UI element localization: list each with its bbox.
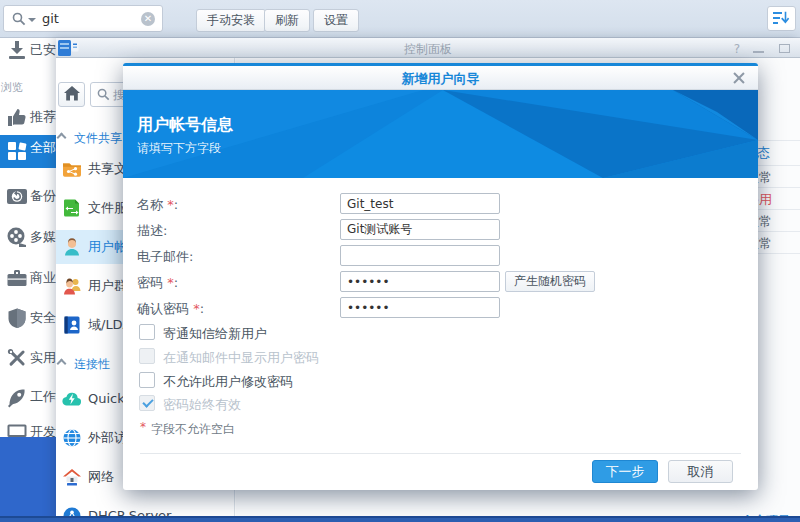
sidebar-item-label: 商业 bbox=[30, 265, 56, 291]
search-icon bbox=[12, 12, 26, 26]
maximize-icon[interactable] bbox=[779, 44, 790, 53]
form-row-description: 描述: bbox=[123, 219, 758, 240]
add-user-wizard-dialog: 新增用户向导 用户帐号信息 请填写下方字段 名称 *: 描述: 电子邮件: bbox=[123, 63, 758, 490]
dialog-titlebar: 新增用户向导 bbox=[123, 66, 758, 90]
sidebar-item-label: 全部 bbox=[30, 135, 56, 161]
camera-backup-icon bbox=[6, 185, 28, 207]
search-icon bbox=[97, 88, 110, 101]
sidebar-item-all[interactable]: 全部 bbox=[0, 135, 56, 168]
globe-icon bbox=[62, 428, 82, 448]
thumbs-up-icon bbox=[6, 106, 28, 128]
window-title: 控制面板 bbox=[56, 41, 800, 58]
email-field[interactable] bbox=[340, 245, 500, 266]
chevron-up-icon bbox=[57, 133, 67, 143]
banner-title: 用户帐号信息 bbox=[137, 115, 233, 136]
film-reel-icon bbox=[6, 226, 28, 248]
dialog-title: 新增用户向导 bbox=[123, 70, 758, 88]
confirm-password-label: 确认密码 *: bbox=[137, 300, 204, 318]
description-input[interactable] bbox=[340, 219, 500, 240]
home-icon bbox=[63, 85, 81, 102]
quickconnect-icon bbox=[62, 389, 82, 409]
chevron-up-icon bbox=[57, 359, 67, 369]
description-label: 描述: bbox=[137, 222, 167, 240]
checkbox-row-disallow-password-change[interactable]: 不允许此用户修改密码 bbox=[123, 372, 758, 390]
sidebar-item-label: 安全 bbox=[30, 305, 56, 331]
rocket-icon bbox=[6, 386, 28, 408]
download-icon bbox=[6, 39, 28, 61]
close-icon[interactable] bbox=[732, 71, 746, 85]
cancel-button[interactable]: 取消 bbox=[668, 460, 733, 483]
grid-icon bbox=[6, 140, 28, 162]
search-value[interactable]: git bbox=[42, 11, 59, 26]
help-icon[interactable]: ? bbox=[734, 42, 740, 56]
settings-button[interactable]: 设置 bbox=[313, 9, 359, 32]
minimize-icon[interactable] bbox=[753, 51, 764, 53]
form-row-password: 密码 *: 产生随机密码 bbox=[123, 271, 758, 292]
search-box[interactable]: git ✕ bbox=[3, 5, 163, 32]
domain-ldap-icon bbox=[62, 315, 82, 335]
chevron-down-icon[interactable] bbox=[28, 18, 36, 22]
checkbox-row-password-never-expires: 密码始终有效 bbox=[123, 395, 758, 413]
sort-icon bbox=[773, 10, 790, 26]
user-group-icon bbox=[62, 276, 82, 296]
sidebar-item-label: 备份 bbox=[30, 183, 56, 209]
shield-icon bbox=[6, 307, 28, 329]
briefcase-icon bbox=[6, 267, 28, 289]
name-label: 名称 *: bbox=[137, 196, 178, 214]
next-button[interactable]: 下一步 bbox=[592, 460, 658, 483]
tools-icon bbox=[6, 347, 28, 369]
user-icon bbox=[62, 237, 82, 257]
checkbox[interactable] bbox=[139, 372, 155, 388]
password-label: 密码 *: bbox=[137, 274, 178, 292]
sidebar-item-label: 推荐 bbox=[30, 104, 56, 130]
checkbox bbox=[139, 348, 155, 364]
package-center-toolbar: git ✕ 手动安装 刷新 设置 bbox=[0, 0, 800, 38]
checkbox-row-send-notification[interactable]: 寄通知信给新用户 bbox=[123, 324, 758, 342]
form-row-email: 电子邮件: bbox=[123, 245, 758, 266]
checkbox-checked bbox=[139, 395, 155, 411]
network-house-icon bbox=[62, 467, 82, 487]
home-button[interactable] bbox=[58, 82, 85, 107]
footnote-text: 字段不允许空白 bbox=[151, 421, 235, 438]
footnote-asterisk: * bbox=[140, 420, 146, 434]
password-input[interactable] bbox=[340, 271, 500, 292]
file-services-icon bbox=[62, 198, 82, 218]
clear-search-icon[interactable]: ✕ bbox=[141, 12, 155, 26]
checkbox[interactable] bbox=[139, 324, 155, 340]
email-label: 电子邮件: bbox=[137, 248, 193, 266]
generate-random-password-button[interactable]: 产生随机密码 bbox=[505, 271, 595, 292]
refresh-button[interactable]: 刷新 bbox=[264, 9, 310, 32]
taskbar-strip bbox=[0, 516, 800, 522]
checkbox-row-show-password-in-mail: 在通知邮件中显示用户密码 bbox=[123, 348, 758, 366]
shared-folder-icon bbox=[62, 159, 82, 179]
sort-button[interactable] bbox=[767, 6, 796, 31]
banner-subtitle: 请填写下方字段 bbox=[137, 140, 221, 157]
footer-divider bbox=[140, 453, 741, 454]
screen: git ✕ 手动安装 刷新 设置 已安装 浏览 推荐 全部 备份 多媒体 商业 bbox=[0, 0, 800, 522]
confirm-password-input[interactable] bbox=[340, 297, 500, 318]
manual-install-button[interactable]: 手动安装 bbox=[196, 9, 266, 32]
form-row-confirm-password: 确认密码 *: bbox=[123, 297, 758, 318]
background-window bbox=[0, 437, 56, 522]
form-row-name: 名称 *: bbox=[123, 193, 758, 214]
browse-section-label: 浏览 bbox=[1, 80, 23, 95]
name-input[interactable] bbox=[340, 193, 500, 214]
window-titlebar: 控制面板 ? bbox=[56, 38, 800, 58]
